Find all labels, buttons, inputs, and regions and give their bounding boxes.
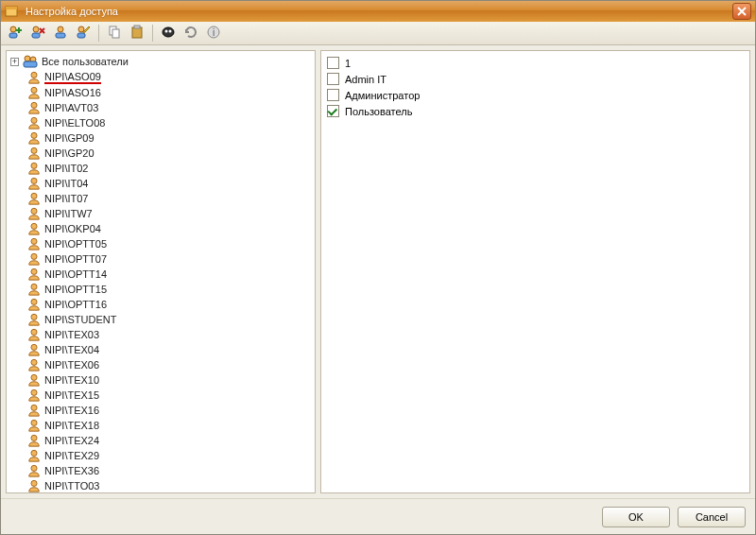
svg-point-27 xyxy=(31,147,37,153)
role-label: Администратор xyxy=(345,90,420,101)
role-item[interactable]: Администратор xyxy=(327,87,744,103)
tree-item-label: NIPI\OPTT14 xyxy=(44,268,107,280)
tree-item-label: NIPI\IT07 xyxy=(44,193,88,204)
tree-item[interactable]: NIPI\ASO09 xyxy=(26,70,311,85)
user-icon xyxy=(27,252,41,266)
user-edit-icon xyxy=(76,25,91,42)
svg-rect-7 xyxy=(56,33,65,38)
ok-button[interactable]: OK xyxy=(602,507,670,527)
svg-point-4 xyxy=(33,26,39,32)
role-item[interactable]: Пользователь xyxy=(327,103,744,119)
checkbox[interactable] xyxy=(327,105,339,117)
tree-item[interactable]: NIPI\TEX16 xyxy=(26,403,311,418)
refresh-button[interactable] xyxy=(180,23,201,43)
tree-item[interactable]: NIPI\TEX06 xyxy=(26,357,311,372)
tree-item[interactable]: NIPI\IT07 xyxy=(26,191,311,206)
user-icon xyxy=(27,162,41,175)
user-icon xyxy=(27,177,41,190)
svg-rect-13 xyxy=(134,26,140,28)
checkbox[interactable] xyxy=(327,89,339,101)
users-tree[interactable]: + Все пользователи NIPI\ASO09NIPI\ASO16N… xyxy=(7,51,315,493)
user-button[interactable] xyxy=(50,23,71,43)
tree-item-label: NIPI\GP20 xyxy=(44,147,94,159)
tree-item-label: NIPI\IT04 xyxy=(44,178,88,189)
tree-item-label: NIPI\ITW7 xyxy=(44,208,93,219)
tree-item[interactable]: NIPI\STUDENT xyxy=(26,312,311,327)
tree-root[interactable]: + Все пользователи xyxy=(10,53,311,70)
user-icon xyxy=(27,192,41,205)
user-remove-button[interactable] xyxy=(27,23,48,43)
tree-item[interactable]: NIPI\OPTT07 xyxy=(26,251,311,267)
info-button[interactable]: i xyxy=(203,23,224,43)
tree-item[interactable]: NIPI\IT04 xyxy=(26,176,311,191)
tree-item[interactable]: NIPI\TEX24 xyxy=(26,433,311,448)
svg-point-45 xyxy=(31,420,37,425)
tree-item[interactable]: NIPI\ITW7 xyxy=(26,206,311,221)
tree-item-label: NIPI\TEX36 xyxy=(44,465,99,476)
user-icon xyxy=(27,283,41,296)
svg-point-14 xyxy=(163,27,174,37)
svg-rect-11 xyxy=(112,29,119,38)
user-edit-button[interactable] xyxy=(73,23,94,43)
user-icon xyxy=(27,343,41,356)
role-item[interactable]: Admin IT xyxy=(327,71,744,87)
svg-point-39 xyxy=(31,329,37,335)
tree-item[interactable]: NIPI\TEX29 xyxy=(26,448,311,463)
tree-item-label: NIPI\GP09 xyxy=(44,132,94,144)
tree-item-label: NIPI\TEX24 xyxy=(44,435,99,446)
toolbar-separator xyxy=(98,25,99,42)
tree-item[interactable]: NIPI\TEX04 xyxy=(26,342,311,357)
cancel-button[interactable]: Cancel xyxy=(678,507,746,527)
tree-item[interactable]: NIPI\OPTT15 xyxy=(26,282,311,297)
user-icon xyxy=(27,237,41,250)
tree-item[interactable]: NIPI\IT02 xyxy=(26,161,311,176)
checkbox[interactable] xyxy=(327,73,339,85)
role-item[interactable]: 1 xyxy=(327,55,744,71)
role-label: 1 xyxy=(345,58,351,69)
svg-point-23 xyxy=(31,87,37,93)
tree-item[interactable]: NIPI\TEX18 xyxy=(26,418,311,433)
svg-point-40 xyxy=(31,344,37,350)
tree-item[interactable]: NIPI\TEX10 xyxy=(26,372,311,388)
copy-icon xyxy=(107,25,122,42)
tree-item[interactable]: NIPI\OKP04 xyxy=(26,221,311,236)
tree-item-label: NIPI\TEX15 xyxy=(44,389,99,401)
tree-item-label: NIPI\OPTT07 xyxy=(44,253,107,265)
checkbox[interactable] xyxy=(327,57,339,69)
svg-point-15 xyxy=(165,30,168,33)
svg-point-2 xyxy=(10,26,16,32)
user-icon xyxy=(27,358,41,371)
user-icon xyxy=(27,373,41,387)
tree-item[interactable]: NIPI\OPTT16 xyxy=(26,297,311,312)
tree-item[interactable]: NIPI\ASO16 xyxy=(26,85,311,100)
svg-point-42 xyxy=(31,374,37,380)
tree-item[interactable]: NIPI\GP20 xyxy=(26,146,311,161)
tree-item[interactable]: NIPI\TEX36 xyxy=(26,463,311,478)
tree-item-label: NIPI\AVT03 xyxy=(44,102,98,113)
svg-point-30 xyxy=(31,193,37,198)
tree-item-label: NIPI\ELTO08 xyxy=(44,117,105,129)
group-icon xyxy=(23,54,38,69)
expand-icon[interactable]: + xyxy=(10,58,19,66)
tree-item[interactable]: NIPI\GP09 xyxy=(26,130,311,146)
toolbar: i xyxy=(1,22,755,45)
tree-item[interactable]: NIPI\TEX03 xyxy=(26,327,311,342)
tree-item[interactable]: NIPI\TEX15 xyxy=(26,388,311,403)
window-title: Настройка доступа xyxy=(26,6,732,17)
tree-item[interactable]: NIPI\ELTO08 xyxy=(26,115,311,130)
copy-button[interactable] xyxy=(104,23,125,43)
tree-item[interactable]: NIPI\OPTT14 xyxy=(26,267,311,282)
role-label: Пользователь xyxy=(345,106,412,117)
user-icon xyxy=(27,449,41,462)
tree-item[interactable]: NIPI\OPTT05 xyxy=(26,236,311,251)
user-add-button[interactable] xyxy=(5,23,26,43)
svg-point-34 xyxy=(31,253,37,259)
svg-point-33 xyxy=(31,238,37,244)
tree-item[interactable]: NIPI\AVT03 xyxy=(26,100,311,115)
close-button[interactable] xyxy=(732,3,751,20)
svg-rect-21 xyxy=(24,61,37,67)
tree-item[interactable]: NIPI\TTO03 xyxy=(26,478,311,493)
paste-button[interactable] xyxy=(127,23,147,43)
mask-button[interactable] xyxy=(158,23,179,43)
user-icon xyxy=(27,101,41,114)
